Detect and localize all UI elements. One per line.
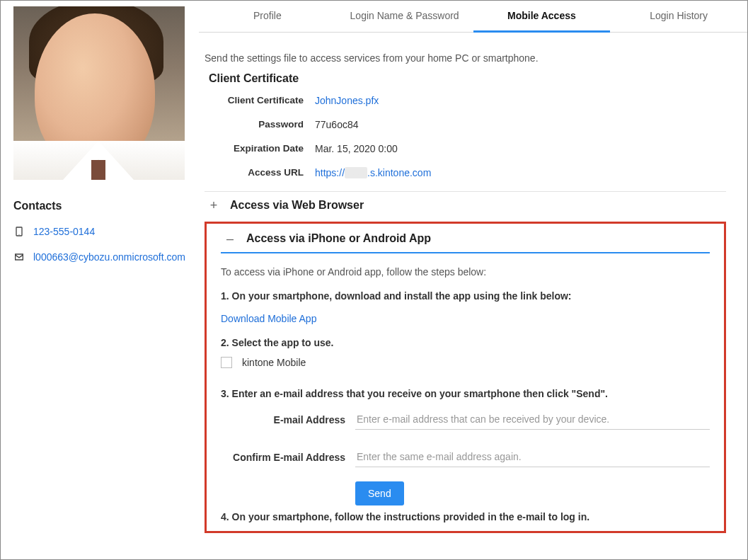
minus-icon: – [225, 234, 235, 244]
confirm-email-label: Confirm E-mail Address [221, 452, 355, 463]
download-mobile-app-link[interactable]: Download Mobile App [221, 313, 316, 324]
plus-icon: + [209, 200, 219, 210]
email-label: E-mail Address [221, 414, 355, 425]
step-3: 3. Enter an e-mail address that you rece… [221, 388, 710, 399]
cert-row-password: Password 77u6oc84 [205, 119, 726, 130]
checkbox-label: kintone Mobile [242, 357, 306, 368]
cert-row-url: Access URL https://xxxx.s.kintone.com [205, 167, 726, 178]
cert-row-expiration: Expiration Date Mar. 15, 2020 0:00 [205, 143, 726, 154]
checkbox-kintone-mobile[interactable] [221, 357, 232, 368]
tab-profile[interactable]: Profile [199, 1, 336, 32]
cert-url-link[interactable]: https://xxxx.s.kintone.com [315, 167, 431, 178]
tabs: Profile Login Name & Password Mobile Acc… [199, 1, 747, 33]
cert-password-value: 77u6oc84 [315, 119, 359, 130]
tab-mobile-access[interactable]: Mobile Access [473, 1, 611, 33]
cert-file-link[interactable]: JohnJones.pfx [315, 95, 379, 106]
contacts-heading: Contacts [13, 200, 186, 212]
accordion-web-browser[interactable]: + Access via Web Browser [205, 191, 726, 220]
client-cert-title: Client Certificate [209, 72, 726, 85]
contact-phone-link[interactable]: 123-555-0144 [33, 225, 95, 239]
confirm-email-row: Confirm E-mail Address [221, 447, 710, 467]
email-field[interactable] [355, 409, 710, 430]
email-icon [13, 251, 25, 263]
cert-label: Password [205, 119, 315, 130]
contact-email-row: l000663@cybozu.onmicrosoft.com [13, 251, 186, 265]
cert-label: Expiration Date [205, 143, 315, 154]
accordion-web-title: Access via Web Browser [230, 199, 364, 212]
accordion-app-title: Access via iPhone or Android App [246, 232, 431, 245]
step-1: 1. On your smartphone, download and inst… [221, 290, 710, 302]
intro-text: Send the settings file to access service… [205, 52, 726, 64]
url-prefix: https:// [315, 167, 345, 178]
sidebar: Contacts 123-555-0144 l000663@cybozu.onm… [1, 1, 199, 559]
url-suffix: .s.kintone.com [367, 167, 431, 178]
url-redacted: xxxx [345, 167, 367, 178]
cert-label: Client Certificate [205, 95, 315, 106]
cert-row-client-certificate: Client Certificate JohnJones.pfx [205, 95, 726, 106]
step-2: 2. Select the app to use. [221, 337, 710, 348]
cert-expiration-value: Mar. 15, 2020 0:00 [315, 143, 398, 154]
avatar [13, 6, 185, 180]
email-row: E-mail Address [221, 409, 710, 430]
tab-login-history[interactable]: Login History [610, 1, 747, 32]
cert-label: Access URL [205, 167, 315, 178]
contact-phone-row: 123-555-0144 [13, 225, 186, 239]
step-4: 4. On your smartphone, follow the instru… [221, 511, 710, 522]
tab-login-password[interactable]: Login Name & Password [336, 1, 473, 32]
phone-icon [13, 226, 25, 237]
accordion-app-section: – Access via iPhone or Android App To ac… [205, 222, 726, 533]
confirm-email-field[interactable] [355, 447, 710, 467]
main-content: Profile Login Name & Password Mobile Acc… [199, 1, 747, 559]
send-button[interactable]: Send [355, 481, 404, 505]
contact-email-link[interactable]: l000663@cybozu.onmicrosoft.com [33, 251, 185, 265]
checkbox-row-kintone-mobile: kintone Mobile [221, 357, 710, 368]
app-intro-text: To access via iPhone or Android app, fol… [221, 266, 710, 278]
accordion-app-header[interactable]: – Access via iPhone or Android App [221, 232, 710, 253]
